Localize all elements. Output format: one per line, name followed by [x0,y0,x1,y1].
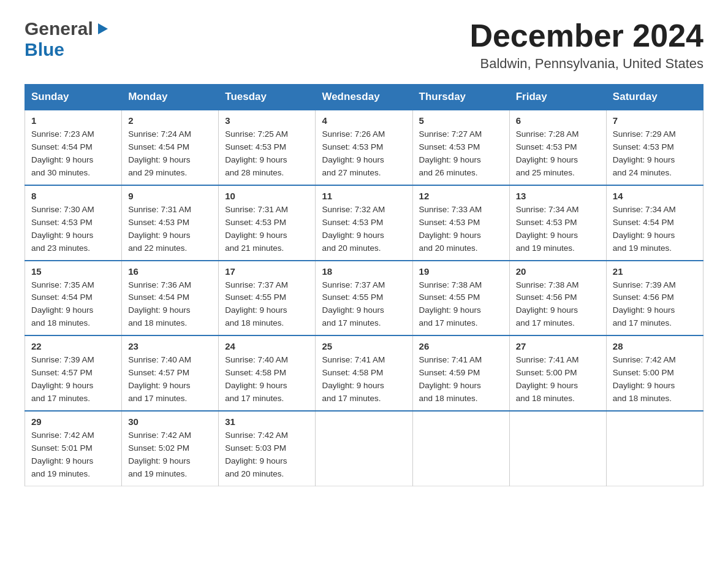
day-cell: 1Sunrise: 7:23 AMSunset: 4:54 PMDaylight… [25,110,122,185]
day-cell: 17Sunrise: 7:37 AMSunset: 4:55 PMDayligh… [219,261,316,336]
day-number: 21 [613,266,697,277]
day-cell: 28Sunrise: 7:42 AMSunset: 5:00 PMDayligh… [606,335,703,411]
location-title: Baldwin, Pennsylvania, United States [469,56,703,72]
logo-general-text: General [25,18,93,39]
day-cell: 21Sunrise: 7:39 AMSunset: 4:56 PMDayligh… [606,261,703,336]
day-number: 11 [322,191,406,201]
day-info: Sunrise: 7:32 AMSunset: 4:53 PMDaylight:… [322,205,385,253]
day-info: Sunrise: 7:33 AMSunset: 4:53 PMDaylight:… [419,205,482,253]
header-saturday: Saturday [606,85,703,110]
day-number: 27 [516,341,600,351]
day-cell: 6Sunrise: 7:28 AMSunset: 4:53 PMDaylight… [509,110,606,185]
day-cell: 26Sunrise: 7:41 AMSunset: 4:59 PMDayligh… [412,335,509,411]
day-number: 13 [516,191,600,201]
day-cell: 3Sunrise: 7:25 AMSunset: 4:53 PMDaylight… [219,110,316,185]
day-info: Sunrise: 7:41 AMSunset: 4:59 PMDaylight:… [419,355,482,403]
day-info: Sunrise: 7:38 AMSunset: 4:56 PMDaylight:… [516,280,579,328]
day-info: Sunrise: 7:23 AMSunset: 4:54 PMDaylight:… [31,129,94,177]
day-number: 2 [128,115,212,126]
logo-flag-icon [96,22,110,36]
calendar-header-row: SundayMondayTuesdayWednesdayThursdayFrid… [25,85,703,110]
day-cell: 16Sunrise: 7:36 AMSunset: 4:54 PMDayligh… [122,261,219,336]
day-info: Sunrise: 7:42 AMSunset: 5:02 PMDaylight:… [128,431,191,478]
day-info: Sunrise: 7:40 AMSunset: 4:58 PMDaylight:… [225,355,288,403]
day-cell: 18Sunrise: 7:37 AMSunset: 4:55 PMDayligh… [316,261,412,336]
day-number: 8 [31,191,115,201]
day-cell: 27Sunrise: 7:41 AMSunset: 5:00 PMDayligh… [509,335,606,411]
day-number: 14 [613,191,697,201]
day-info: Sunrise: 7:30 AMSunset: 4:53 PMDaylight:… [31,205,94,253]
day-info: Sunrise: 7:34 AMSunset: 4:53 PMDaylight:… [516,205,579,253]
day-info: Sunrise: 7:27 AMSunset: 4:53 PMDaylight:… [419,129,482,177]
day-info: Sunrise: 7:31 AMSunset: 4:53 PMDaylight:… [225,205,288,253]
day-info: Sunrise: 7:28 AMSunset: 4:53 PMDaylight:… [516,129,579,177]
svg-marker-0 [98,23,108,34]
day-info: Sunrise: 7:29 AMSunset: 4:53 PMDaylight:… [613,129,676,177]
day-cell: 2Sunrise: 7:24 AMSunset: 4:54 PMDaylight… [122,110,219,185]
day-info: Sunrise: 7:36 AMSunset: 4:54 PMDaylight:… [128,280,191,328]
day-info: Sunrise: 7:25 AMSunset: 4:53 PMDaylight:… [225,129,288,177]
day-cell: 10Sunrise: 7:31 AMSunset: 4:53 PMDayligh… [219,185,316,261]
day-info: Sunrise: 7:26 AMSunset: 4:53 PMDaylight:… [322,129,385,177]
day-cell: 31Sunrise: 7:42 AMSunset: 5:03 PMDayligh… [219,411,316,486]
header-sunday: Sunday [25,85,122,110]
day-cell: 13Sunrise: 7:34 AMSunset: 4:53 PMDayligh… [509,185,606,261]
day-cell [316,411,412,486]
day-cell: 7Sunrise: 7:29 AMSunset: 4:53 PMDaylight… [606,110,703,185]
day-cell: 5Sunrise: 7:27 AMSunset: 4:53 PMDaylight… [412,110,509,185]
day-cell: 22Sunrise: 7:39 AMSunset: 4:57 PMDayligh… [25,335,122,411]
day-cell: 23Sunrise: 7:40 AMSunset: 4:57 PMDayligh… [122,335,219,411]
logo-blue-text: Blue [25,39,64,59]
week-row-1: 1Sunrise: 7:23 AMSunset: 4:54 PMDaylight… [25,110,703,185]
day-info: Sunrise: 7:40 AMSunset: 4:57 PMDaylight:… [128,355,191,403]
header-wednesday: Wednesday [316,85,412,110]
header-friday: Friday [509,85,606,110]
day-number: 30 [128,416,212,427]
day-cell [606,411,703,486]
day-number: 1 [31,115,115,126]
day-info: Sunrise: 7:31 AMSunset: 4:53 PMDaylight:… [128,205,191,253]
day-cell [509,411,606,486]
day-number: 25 [322,341,406,351]
day-number: 24 [225,341,309,351]
day-info: Sunrise: 7:42 AMSunset: 5:01 PMDaylight:… [31,431,94,478]
week-row-5: 29Sunrise: 7:42 AMSunset: 5:01 PMDayligh… [25,411,703,486]
calendar-table: SundayMondayTuesdayWednesdayThursdayFrid… [25,84,703,486]
month-title: December 2024 [469,18,703,53]
day-cell: 15Sunrise: 7:35 AMSunset: 4:54 PMDayligh… [25,261,122,336]
day-cell: 25Sunrise: 7:41 AMSunset: 4:58 PMDayligh… [316,335,412,411]
day-info: Sunrise: 7:38 AMSunset: 4:55 PMDaylight:… [419,280,482,328]
day-number: 4 [322,115,406,126]
day-cell: 20Sunrise: 7:38 AMSunset: 4:56 PMDayligh… [509,261,606,336]
day-cell: 29Sunrise: 7:42 AMSunset: 5:01 PMDayligh… [25,411,122,486]
day-number: 20 [516,266,600,277]
day-info: Sunrise: 7:24 AMSunset: 4:54 PMDaylight:… [128,129,191,177]
day-cell [412,411,509,486]
day-cell: 8Sunrise: 7:30 AMSunset: 4:53 PMDaylight… [25,185,122,261]
day-info: Sunrise: 7:41 AMSunset: 4:58 PMDaylight:… [322,355,385,403]
day-info: Sunrise: 7:37 AMSunset: 4:55 PMDaylight:… [225,280,288,328]
day-number: 22 [31,341,115,351]
day-info: Sunrise: 7:39 AMSunset: 4:56 PMDaylight:… [613,280,676,328]
logo: General Blue [25,18,110,60]
day-info: Sunrise: 7:41 AMSunset: 5:00 PMDaylight:… [516,355,579,403]
day-info: Sunrise: 7:37 AMSunset: 4:55 PMDaylight:… [322,280,385,328]
day-info: Sunrise: 7:39 AMSunset: 4:57 PMDaylight:… [31,355,94,403]
day-number: 5 [419,115,503,126]
day-number: 29 [31,416,115,427]
day-number: 18 [322,266,406,277]
day-number: 19 [419,266,503,277]
week-row-2: 8Sunrise: 7:30 AMSunset: 4:53 PMDaylight… [25,185,703,261]
day-number: 9 [128,191,212,201]
day-number: 6 [516,115,600,126]
header-monday: Monday [122,85,219,110]
day-number: 12 [419,191,503,201]
day-cell: 4Sunrise: 7:26 AMSunset: 4:53 PMDaylight… [316,110,412,185]
day-number: 7 [613,115,697,126]
day-info: Sunrise: 7:42 AMSunset: 5:00 PMDaylight:… [613,355,676,403]
day-number: 26 [419,341,503,351]
header-tuesday: Tuesday [219,85,316,110]
day-info: Sunrise: 7:42 AMSunset: 5:03 PMDaylight:… [225,431,288,478]
day-number: 16 [128,266,212,277]
day-cell: 11Sunrise: 7:32 AMSunset: 4:53 PMDayligh… [316,185,412,261]
